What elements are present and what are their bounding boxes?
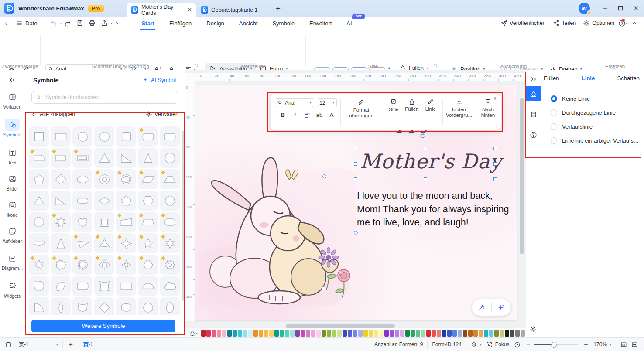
color-swatch[interactable]	[353, 330, 357, 337]
shape-pent[interactable]	[29, 169, 49, 189]
sidebar-item-ikone[interactable]: Ikone	[0, 199, 24, 218]
toolbar-resize-handle[interactable]: ⌐	[496, 124, 498, 128]
shape-pent[interactable]	[116, 191, 136, 211]
menu-tab-start[interactable]: Start	[141, 18, 154, 29]
color-swatch[interactable]	[426, 330, 431, 337]
radio-selected[interactable]	[551, 95, 557, 102]
shape-star7[interactable]	[51, 212, 71, 232]
menu-tab-ai[interactable]: AIhot	[346, 18, 352, 29]
color-swatch[interactable]	[400, 330, 404, 337]
shape-circle[interactable]	[72, 126, 92, 147]
selection-box[interactable]	[356, 149, 495, 179]
color-swatch[interactable]	[259, 330, 263, 337]
color-swatch[interactable]	[395, 330, 399, 337]
symbols-scrollbar[interactable]	[182, 131, 184, 301]
shape-oval[interactable]	[160, 297, 180, 315]
shape-rtriw[interactable]	[116, 148, 136, 168]
color-swatch[interactable]	[264, 330, 268, 337]
shape-tri[interactable]	[94, 148, 114, 168]
color-swatch[interactable]	[206, 330, 211, 337]
color-swatch[interactable]	[217, 330, 221, 337]
color-swatch[interactable]	[253, 330, 258, 337]
rabbits-illustration[interactable]	[199, 153, 356, 305]
color-swatch[interactable]	[484, 330, 488, 337]
menu-tab-ansicht[interactable]: Ansicht	[239, 18, 258, 29]
pin-icon[interactable]	[492, 96, 498, 102]
color-swatch[interactable]	[316, 330, 321, 337]
new-tab-button[interactable]: ＋	[272, 2, 284, 14]
shape-diamc[interactable]	[94, 255, 114, 275]
shape-burst[interactable]	[51, 255, 71, 275]
shape-star6[interactable]	[160, 233, 180, 253]
shape-rrect[interactable]	[160, 126, 180, 147]
shape-cutr[interactable]	[138, 212, 158, 232]
help-button[interactable]: ▾	[618, 20, 627, 27]
shape-rrect[interactable]	[72, 276, 92, 296]
shape-star4c[interactable]	[116, 255, 136, 275]
color-swatch[interactable]	[442, 330, 446, 337]
document-tab[interactable]: Geburtstagskarte 1	[196, 3, 266, 17]
shape-dsq[interactable]	[94, 212, 114, 232]
line-option[interactable]: Linie mit einfarbiger Verlaufs...	[551, 133, 641, 147]
tab-close-icon[interactable]: ✕	[187, 7, 192, 13]
shape-para[interactable]	[138, 169, 158, 189]
shape-star7[interactable]	[29, 255, 49, 275]
color-swatch[interactable]	[515, 330, 520, 337]
color-swatch[interactable]	[343, 330, 347, 337]
shape-conc[interactable]	[94, 169, 114, 189]
color-swatch[interactable]	[301, 330, 305, 337]
file-menu-button[interactable]: Datei	[12, 20, 42, 27]
ai-sparkle-icon[interactable]	[497, 303, 505, 311]
shape-rect[interactable]	[116, 276, 136, 296]
selection-handle[interactable]	[493, 162, 497, 166]
help-panel-icon[interactable]	[526, 127, 541, 142]
symbol-search-input[interactable]	[45, 94, 174, 101]
ft-italic-button[interactable]: I	[290, 110, 300, 119]
shape-cloud[interactable]	[160, 276, 180, 296]
color-swatch[interactable]	[510, 330, 514, 337]
ft-styles-button[interactable]: Stile	[389, 98, 398, 130]
color-swatch[interactable]	[337, 330, 342, 337]
color-swatch[interactable]	[280, 330, 284, 337]
color-swatch[interactable]	[473, 330, 478, 337]
color-swatch[interactable]	[269, 330, 274, 337]
color-swatch[interactable]	[363, 330, 368, 337]
color-swatch[interactable]	[274, 330, 279, 337]
more-symbols-button[interactable]: Weitere Symbole	[31, 320, 175, 332]
menu-tab-design[interactable]: Design	[206, 18, 224, 29]
shape-tri[interactable]	[29, 191, 49, 211]
ft-align-button[interactable]	[302, 110, 312, 119]
shape-donut[interactable]	[116, 169, 136, 189]
ft-format-painter-button[interactable]: Format übertragen	[344, 98, 379, 130]
shape-fold[interactable]	[51, 148, 71, 168]
back-icon[interactable]	[0, 18, 12, 28]
sidebar-item-text[interactable]: Text	[0, 147, 24, 165]
color-swatch[interactable]	[379, 330, 384, 337]
focus-button[interactable]: Fokus	[486, 341, 510, 348]
minimize-button[interactable]	[597, 0, 613, 17]
color-swatch[interactable]	[447, 330, 452, 337]
color-swatch[interactable]	[369, 330, 373, 337]
rotate-handle-icon[interactable]	[419, 133, 425, 139]
collapse-panel-icon[interactable]	[0, 77, 24, 83]
line-option[interactable]: Verlaufslinie	[551, 119, 641, 133]
shape-hept[interactable]	[160, 191, 180, 211]
connection-point[interactable]	[322, 286, 325, 290]
shape-rrect[interactable]	[138, 126, 158, 147]
card-body-text[interactable]: I love you to the moon and back, Mom! Th…	[357, 189, 512, 229]
connection-point[interactable]	[322, 174, 326, 178]
page-select[interactable]: 页-1▾	[19, 341, 58, 348]
shape-shield[interactable]	[72, 297, 92, 315]
color-swatch[interactable]	[358, 330, 363, 337]
ft-size-select[interactable]: 12▾	[317, 98, 337, 107]
shape-gear[interactable]	[160, 255, 180, 275]
shape-ell[interactable]	[72, 169, 92, 189]
page-settings-icon[interactable]	[526, 107, 541, 122]
shape-trap[interactable]	[160, 169, 180, 189]
right-panel-tab-füllen[interactable]: Füllen	[544, 75, 559, 82]
share-button[interactable]: Teilen	[550, 18, 579, 28]
color-swatch[interactable]	[222, 330, 226, 337]
selection-handle[interactable]	[354, 177, 357, 181]
present-button[interactable]	[514, 341, 521, 348]
shape-tear[interactable]	[29, 276, 49, 296]
